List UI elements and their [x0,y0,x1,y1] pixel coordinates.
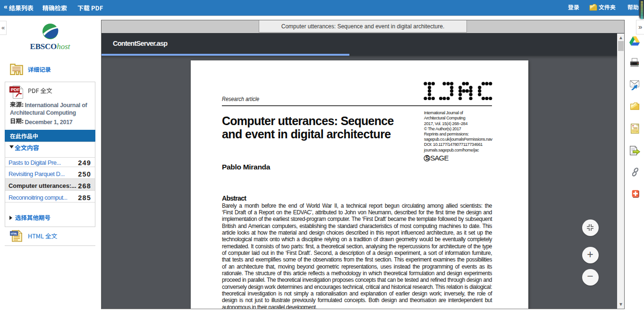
svg-text:S: S [425,155,429,161]
svg-text:SAGE: SAGE [430,154,449,162]
svg-text:PDF: PDF [11,87,20,92]
svg-text:HTML: HTML [11,232,17,235]
